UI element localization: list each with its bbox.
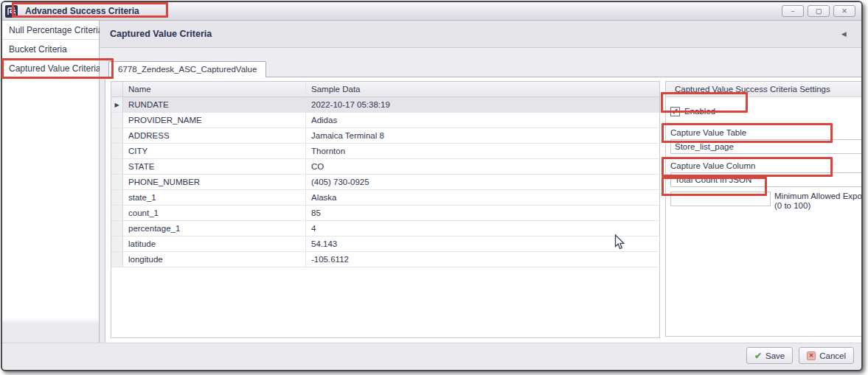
row-indicator [111,144,123,158]
cell-sample-data[interactable]: CO [306,159,659,174]
cell-name[interactable]: PHONE_NUMBER [123,175,306,189]
close-button[interactable]: ✕ [833,5,855,17]
window-title: Advanced Success Criteria [21,4,144,18]
grid-row[interactable]: longitude-105.6112 [111,252,659,267]
grid-column-sample-data[interactable]: Sample Data [306,82,659,97]
grid-row[interactable]: PROVIDER_NAMEAdidas [111,113,659,128]
cell-name[interactable]: ADDRESS [123,128,306,143]
sample-data-grid[interactable]: Name Sample Data ▶RUNDATE2022-10-17 05:3… [111,81,660,338]
cell-name[interactable]: CITY [123,144,306,158]
cell-sample-data[interactable]: Alaska [306,190,659,205]
cell-name[interactable]: percentage_1 [123,221,306,236]
capture-value-column-input[interactable] [670,172,863,187]
grid-row[interactable]: latitude54.143 [111,236,659,252]
cancel-x-icon: ✕ [807,351,816,360]
sidebar-item-bucket-criteria[interactable]: Bucket Criteria [2,40,99,59]
row-indicator: ▶ [111,97,123,112]
enabled-checkbox[interactable]: ✓ [670,107,680,116]
cell-name[interactable]: RUNDATE [123,97,306,112]
capture-value-table-label: Capture Value Table [670,128,863,137]
row-indicator [111,128,123,143]
cell-sample-data[interactable]: 54.143 [306,236,659,251]
sidebar: Null Percentage Criteria Bucket Criteria… [2,21,100,343]
maximize-button[interactable]: ▢ [808,5,830,17]
grid-rows-container: ▶RUNDATE2022-10-17 05:38:19PROVIDER_NAME… [111,97,659,267]
page-header: Captured Value Criteria ◀ [100,21,863,48]
grid-indicator-header [111,82,123,97]
row-indicator [111,113,123,127]
cell-name[interactable]: latitude [123,236,306,251]
grid-row[interactable]: count_185 [111,206,659,221]
dialog-window: Advanced Success Criteria – ▢ ✕ Null Per… [1,1,863,371]
grid-row[interactable]: STATECO [111,159,659,175]
row-indicator [111,236,123,251]
tab-content: Name Sample Data ▶RUNDATE2022-10-17 05:3… [105,77,863,343]
cell-sample-data[interactable]: Thornton [306,144,659,158]
settings-panel: Captured Value Success Criteria Settings… [665,81,863,337]
min-export-percentage-input[interactable] [670,192,771,206]
row-indicator [111,221,123,236]
title-bar[interactable]: Advanced Success Criteria – ▢ ✕ [2,2,861,21]
cell-name[interactable]: state_1 [123,190,306,205]
cell-sample-data[interactable]: -105.6112 [306,252,659,267]
cell-sample-data[interactable]: 4 [306,221,659,236]
app-icon [5,5,18,18]
cell-sample-data[interactable]: 2022-10-17 05:38:19 [306,97,659,112]
row-indicator [111,175,123,189]
capture-value-table-input[interactable] [670,139,863,154]
row-indicator [111,252,123,267]
enabled-checkbox-row[interactable]: ✓ Enabled [670,105,863,118]
minimize-button[interactable]: – [782,5,804,17]
cell-name[interactable]: count_1 [123,206,306,220]
save-check-icon: ✔ [754,351,762,361]
dock-panel-icon[interactable] [861,29,863,40]
cell-sample-data[interactable]: (405) 730-0925 [306,175,659,189]
row-indicator [111,190,123,205]
tab-captured-value[interactable]: 6778_Zendesk_ASC_CapturedValue [108,61,266,77]
collapse-left-icon[interactable]: ◀ [841,30,847,38]
grid-header-row: Name Sample Data [111,82,659,97]
sidebar-item-null-percentage-criteria[interactable]: Null Percentage Criteria [2,21,99,40]
tab-strip: 6778_Zendesk_ASC_CapturedValue [100,48,863,77]
sidebar-item-captured-value-criteria[interactable]: Captured Value Criteria [2,59,99,78]
page-title: Captured Value Criteria [110,29,841,39]
capture-value-column-label: Capture Value Column [670,161,863,170]
row-indicator [111,159,123,174]
grid-row[interactable]: CITYThornton [111,144,659,159]
grid-row[interactable]: ADDRESSJamaica Terminal 8 [111,128,659,144]
min-export-percentage-label: Minimum Allowed Export Perc (0 to 100) [774,192,863,211]
cell-name[interactable]: STATE [123,159,306,174]
enabled-label: Enabled [684,107,715,116]
grid-row[interactable]: percentage_14 [111,221,659,236]
cell-name[interactable]: longitude [123,252,306,267]
footer-bar: ✔ Save ✕ Cancel [2,343,861,368]
row-indicator [111,206,123,220]
cell-sample-data[interactable]: Jamaica Terminal 8 [306,128,659,143]
grid-row[interactable]: ▶RUNDATE2022-10-17 05:38:19 [111,97,659,113]
cell-sample-data[interactable]: 85 [306,206,659,220]
cell-name[interactable]: PROVIDER_NAME [123,113,306,127]
save-button[interactable]: ✔ Save [746,347,793,364]
settings-caption: Captured Value Success Criteria Settings [666,82,863,97]
grid-row[interactable]: state_1Alaska [111,190,659,206]
cancel-button[interactable]: ✕ Cancel [799,347,854,364]
cell-sample-data[interactable]: Adidas [306,113,659,127]
grid-row[interactable]: PHONE_NUMBER(405) 730-0925 [111,175,659,190]
grid-column-name[interactable]: Name [123,82,306,97]
